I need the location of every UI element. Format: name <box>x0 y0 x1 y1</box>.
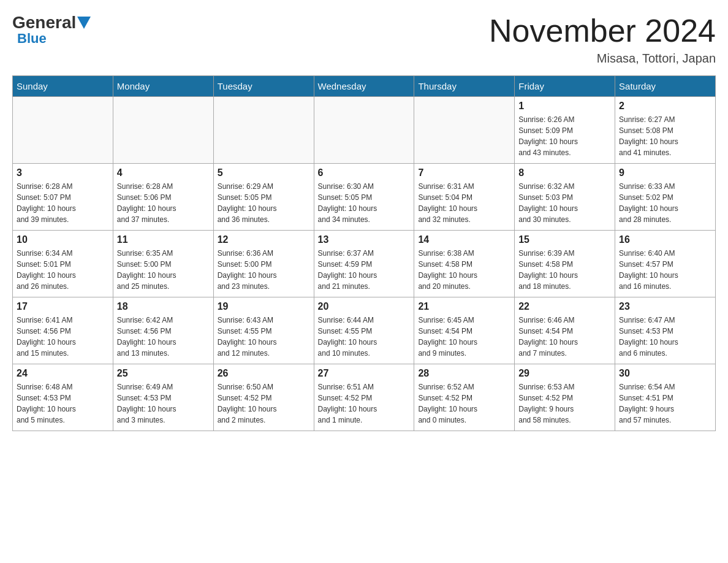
calendar-cell: 28Sunrise: 6:52 AMSunset: 4:52 PMDayligh… <box>414 364 515 431</box>
calendar-week-3: 10Sunrise: 6:34 AMSunset: 5:01 PMDayligh… <box>13 231 716 297</box>
logo-text-part1: General <box>12 13 76 33</box>
calendar-cell: 29Sunrise: 6:53 AMSunset: 4:52 PMDayligh… <box>515 364 615 431</box>
month-title: November 2024 <box>489 12 716 49</box>
day-info: Sunrise: 6:31 AMSunset: 5:04 PMDaylight:… <box>418 181 510 225</box>
day-number: 21 <box>418 301 510 312</box>
day-number: 22 <box>518 301 611 312</box>
calendar-cell: 23Sunrise: 6:47 AMSunset: 4:53 PMDayligh… <box>615 297 716 364</box>
header-thursday: Thursday <box>414 76 515 97</box>
calendar-cell <box>213 97 314 164</box>
calendar-week-5: 24Sunrise: 6:48 AMSunset: 4:53 PMDayligh… <box>13 364 716 431</box>
day-info: Sunrise: 6:48 AMSunset: 4:53 PMDaylight:… <box>17 381 109 426</box>
day-info: Sunrise: 6:39 AMSunset: 4:58 PMDaylight:… <box>518 248 611 292</box>
day-info: Sunrise: 6:30 AMSunset: 5:05 PMDaylight:… <box>318 181 411 225</box>
day-info: Sunrise: 6:51 AMSunset: 4:52 PMDaylight:… <box>318 381 411 426</box>
calendar-cell: 21Sunrise: 6:45 AMSunset: 4:54 PMDayligh… <box>414 297 515 364</box>
day-info: Sunrise: 6:53 AMSunset: 4:52 PMDaylight:… <box>518 381 611 426</box>
calendar-cell: 18Sunrise: 6:42 AMSunset: 4:56 PMDayligh… <box>113 297 213 364</box>
calendar-week-1: 1Sunrise: 6:26 AMSunset: 5:09 PMDaylight… <box>13 97 716 164</box>
day-number: 4 <box>117 167 210 178</box>
calendar-cell: 11Sunrise: 6:35 AMSunset: 5:00 PMDayligh… <box>113 231 213 297</box>
day-number: 11 <box>117 234 210 245</box>
day-number: 18 <box>117 301 210 312</box>
day-number: 30 <box>619 368 711 379</box>
calendar-header-row: Sunday Monday Tuesday Wednesday Thursday… <box>13 76 716 97</box>
header-monday: Monday <box>113 76 213 97</box>
day-info: Sunrise: 6:44 AMSunset: 4:55 PMDaylight:… <box>318 315 411 359</box>
day-info: Sunrise: 6:37 AMSunset: 4:59 PMDaylight:… <box>318 248 411 292</box>
calendar-cell: 25Sunrise: 6:49 AMSunset: 4:53 PMDayligh… <box>113 364 213 431</box>
day-number: 14 <box>418 234 510 245</box>
day-number: 8 <box>518 167 611 178</box>
day-info: Sunrise: 6:54 AMSunset: 4:51 PMDaylight:… <box>619 381 711 426</box>
logo-blue-text: Blue <box>17 31 47 47</box>
calendar-cell: 14Sunrise: 6:38 AMSunset: 4:58 PMDayligh… <box>414 231 515 297</box>
day-info: Sunrise: 6:40 AMSunset: 4:57 PMDaylight:… <box>619 248 711 292</box>
calendar-cell <box>314 97 414 164</box>
header-friday: Friday <box>515 76 615 97</box>
calendar-cell: 24Sunrise: 6:48 AMSunset: 4:53 PMDayligh… <box>13 364 113 431</box>
calendar-cell <box>113 97 213 164</box>
calendar-cell: 12Sunrise: 6:36 AMSunset: 5:00 PMDayligh… <box>213 231 314 297</box>
day-number: 15 <box>518 234 611 245</box>
logo: General Blue <box>12 12 91 47</box>
day-info: Sunrise: 6:28 AMSunset: 5:06 PMDaylight:… <box>117 181 210 225</box>
calendar-cell: 26Sunrise: 6:50 AMSunset: 4:52 PMDayligh… <box>213 364 314 431</box>
day-info: Sunrise: 6:38 AMSunset: 4:58 PMDaylight:… <box>418 248 510 292</box>
calendar-table: Sunday Monday Tuesday Wednesday Thursday… <box>12 75 716 431</box>
logo-general-text: General <box>12 12 91 33</box>
day-info: Sunrise: 6:41 AMSunset: 4:56 PMDaylight:… <box>17 315 109 359</box>
day-info: Sunrise: 6:35 AMSunset: 5:00 PMDaylight:… <box>117 248 210 292</box>
day-number: 6 <box>318 167 411 178</box>
day-info: Sunrise: 6:28 AMSunset: 5:07 PMDaylight:… <box>17 181 109 225</box>
calendar-week-4: 17Sunrise: 6:41 AMSunset: 4:56 PMDayligh… <box>13 297 716 364</box>
day-info: Sunrise: 6:46 AMSunset: 4:54 PMDaylight:… <box>518 315 611 359</box>
calendar-cell: 9Sunrise: 6:33 AMSunset: 5:02 PMDaylight… <box>615 164 716 231</box>
calendar-cell: 15Sunrise: 6:39 AMSunset: 4:58 PMDayligh… <box>515 231 615 297</box>
day-info: Sunrise: 6:34 AMSunset: 5:01 PMDaylight:… <box>17 248 109 292</box>
day-number: 19 <box>218 301 310 312</box>
day-number: 1 <box>518 101 611 112</box>
day-number: 29 <box>518 368 611 379</box>
calendar-cell: 16Sunrise: 6:40 AMSunset: 4:57 PMDayligh… <box>615 231 716 297</box>
day-number: 3 <box>17 167 109 178</box>
calendar-cell: 4Sunrise: 6:28 AMSunset: 5:06 PMDaylight… <box>113 164 213 231</box>
day-number: 13 <box>318 234 411 245</box>
day-number: 10 <box>17 234 109 245</box>
calendar-cell: 6Sunrise: 6:30 AMSunset: 5:05 PMDaylight… <box>314 164 414 231</box>
header-wednesday: Wednesday <box>314 76 414 97</box>
page-header: General Blue November 2024 Misasa, Totto… <box>12 12 716 66</box>
location-text: Misasa, Tottori, Japan <box>489 52 716 66</box>
calendar-cell: 13Sunrise: 6:37 AMSunset: 4:59 PMDayligh… <box>314 231 414 297</box>
day-info: Sunrise: 6:49 AMSunset: 4:53 PMDaylight:… <box>117 381 210 426</box>
day-number: 20 <box>318 301 411 312</box>
calendar-cell <box>13 97 113 164</box>
day-number: 23 <box>619 301 711 312</box>
day-info: Sunrise: 6:32 AMSunset: 5:03 PMDaylight:… <box>518 181 611 225</box>
day-info: Sunrise: 6:29 AMSunset: 5:05 PMDaylight:… <box>218 181 310 225</box>
calendar-cell: 20Sunrise: 6:44 AMSunset: 4:55 PMDayligh… <box>314 297 414 364</box>
day-info: Sunrise: 6:52 AMSunset: 4:52 PMDaylight:… <box>418 381 510 426</box>
header-sunday: Sunday <box>13 76 113 97</box>
day-info: Sunrise: 6:26 AMSunset: 5:09 PMDaylight:… <box>518 114 611 158</box>
calendar-cell: 19Sunrise: 6:43 AMSunset: 4:55 PMDayligh… <box>213 297 314 364</box>
day-number: 2 <box>619 101 711 112</box>
calendar-cell: 5Sunrise: 6:29 AMSunset: 5:05 PMDaylight… <box>213 164 314 231</box>
day-number: 28 <box>418 368 510 379</box>
day-info: Sunrise: 6:36 AMSunset: 5:00 PMDaylight:… <box>218 248 310 292</box>
day-number: 9 <box>619 167 711 178</box>
day-number: 25 <box>117 368 210 379</box>
day-number: 16 <box>619 234 711 245</box>
calendar-cell: 1Sunrise: 6:26 AMSunset: 5:09 PMDaylight… <box>515 97 615 164</box>
header-saturday: Saturday <box>615 76 716 97</box>
header-tuesday: Tuesday <box>213 76 314 97</box>
day-number: 26 <box>218 368 310 379</box>
day-info: Sunrise: 6:45 AMSunset: 4:54 PMDaylight:… <box>418 315 510 359</box>
calendar-cell: 22Sunrise: 6:46 AMSunset: 4:54 PMDayligh… <box>515 297 615 364</box>
day-number: 7 <box>418 167 510 178</box>
calendar-cell: 10Sunrise: 6:34 AMSunset: 5:01 PMDayligh… <box>13 231 113 297</box>
calendar-cell: 17Sunrise: 6:41 AMSunset: 4:56 PMDayligh… <box>13 297 113 364</box>
day-info: Sunrise: 6:50 AMSunset: 4:52 PMDaylight:… <box>218 381 310 426</box>
day-number: 17 <box>17 301 109 312</box>
day-number: 12 <box>218 234 310 245</box>
